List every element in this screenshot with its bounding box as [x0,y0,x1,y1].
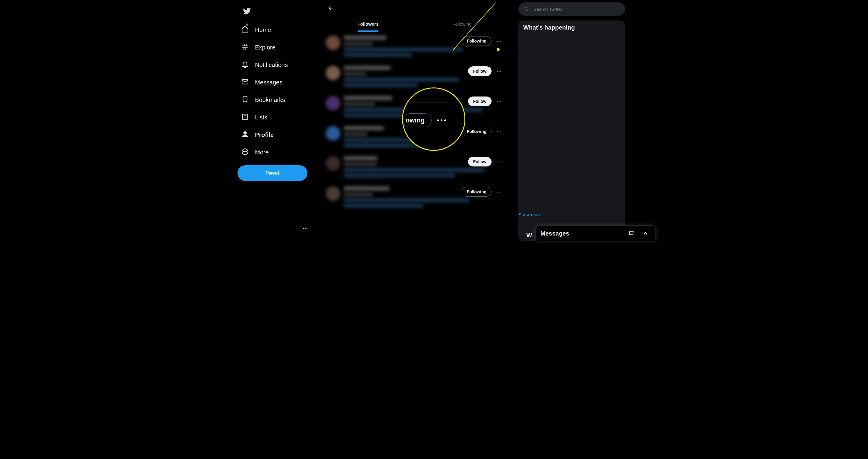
redacted-name [344,126,384,130]
redacted-handle [344,132,367,136]
svg-point-5 [303,228,304,229]
search-icon [523,6,529,12]
user-more-button[interactable] [494,96,504,107]
messages-drawer[interactable]: Messages [535,225,656,241]
expand-drawer-button[interactable] [641,228,651,238]
svg-point-4 [246,151,247,152]
search-input[interactable] [533,7,620,12]
user-actions: Following [462,36,504,58]
redacted-handle [344,193,373,197]
list-icon [241,113,249,122]
back-button[interactable] [326,3,336,13]
new-message-button[interactable] [627,228,637,238]
account-switcher-icon[interactable] [300,223,310,233]
sidebar-item-home[interactable]: Home [238,22,315,38]
twitter-bird-icon [243,7,251,16]
user-actions: Following [462,126,504,149]
avatar[interactable] [326,156,340,171]
redacted-name [344,156,377,161]
follower-row[interactable]: Following [321,32,509,62]
svg-point-22 [500,162,501,163]
redacted-bio [344,204,424,207]
follower-row[interactable]: Follow [321,62,509,92]
user-more-button[interactable] [494,66,504,77]
sidebar-item-notifications[interactable]: Notifications [238,57,315,73]
sidebar-item-label: Explore [255,44,276,51]
tweet-button[interactable]: Tweet [238,165,307,181]
user-actions: Following [462,187,504,209]
sidebar-item-more[interactable]: More [238,144,315,161]
sidebar: Home Explore Notifications Messages Book… [206,0,321,241]
redacted-bio [344,83,417,87]
new-message-icon [629,230,635,236]
redacted-handle [344,102,375,106]
user-more-button[interactable] [494,157,504,167]
redacted-name [344,66,391,70]
svg-point-25 [500,192,501,193]
bookmark-icon [241,95,249,104]
svg-point-24 [499,192,500,193]
follow-button[interactable]: Follow [468,96,492,106]
search-box[interactable] [518,2,625,16]
user-actions: Follow [468,66,504,89]
avatar[interactable] [326,96,340,110]
redacted-name [344,187,390,191]
svg-point-16 [500,101,501,102]
user-actions: Follow [468,96,504,119]
svg-point-11 [497,71,498,72]
sidebar-item-messages[interactable]: Messages [238,74,315,90]
user-more-button[interactable] [494,187,504,197]
following-button[interactable]: Following [462,127,492,136]
avatar[interactable] [326,126,340,141]
user-actions: Follow [468,156,504,179]
user-body [344,187,458,209]
following-button[interactable]: Following [462,36,492,46]
avatar[interactable] [326,66,340,80]
sidebar-item-explore[interactable]: Explore [238,39,315,56]
svg-point-0 [244,132,247,134]
show-more-link[interactable]: Show more [518,212,541,217]
redacted-bio [344,174,455,177]
follow-button[interactable]: Follow [468,66,492,76]
svg-point-7 [307,228,307,229]
tab-followers[interactable]: Followers [321,16,415,32]
sidebar-item-label: Messages [255,79,282,86]
svg-point-21 [499,162,500,163]
messages-drawer-title: Messages [540,230,623,237]
user-body [344,126,458,149]
page-header [321,0,509,16]
follower-row[interactable]: Follow [321,92,509,122]
svg-point-10 [500,41,501,42]
svg-point-13 [500,71,501,72]
svg-point-20 [497,162,498,163]
following-button[interactable]: Following [462,187,492,197]
user-body [344,156,464,179]
follower-row[interactable]: Following [321,122,509,152]
user-more-button[interactable] [494,127,504,137]
user-more-button[interactable] [494,36,504,47]
svg-point-23 [497,192,498,193]
follower-row[interactable]: Following [321,183,509,213]
home-icon [241,25,249,34]
home-unread-dot-icon [246,24,248,26]
sidebar-item-lists[interactable]: Lists [238,109,315,125]
svg-point-2 [244,151,244,152]
twitter-logo[interactable] [239,4,254,19]
follower-row[interactable]: Follow [321,152,509,183]
redacted-bio [344,53,412,57]
avatar[interactable] [326,187,340,201]
sidebar-item-bookmarks[interactable]: Bookmarks [238,92,315,108]
sidebar-item-profile[interactable]: Profile [238,127,315,143]
sidebar-item-label: Notifications [255,61,288,68]
user-body [344,36,458,58]
tabs: Followers Following [321,16,509,32]
redacted-name [344,36,386,40]
sidebar-item-label: More [255,149,269,156]
redacted-bio [344,168,485,172]
tab-following[interactable]: Following [415,16,509,32]
follow-button[interactable]: Follow [468,157,492,167]
avatar[interactable] [326,36,340,50]
redacted-bio [344,198,469,202]
user-body [344,66,464,89]
bell-icon [241,60,249,69]
